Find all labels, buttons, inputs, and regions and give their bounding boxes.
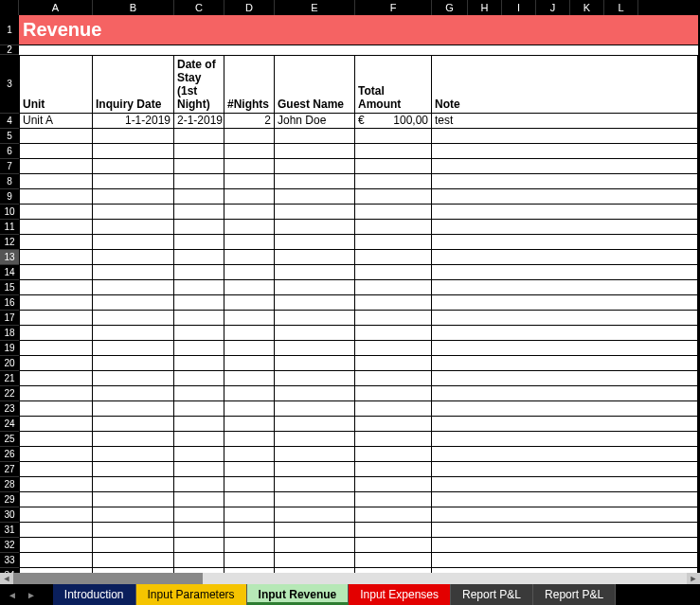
cell-unit[interactable] [19,235,93,250]
cell-date-of-stay[interactable] [174,417,224,432]
row-header[interactable]: 20 [0,356,19,371]
cell-total-amount[interactable] [355,159,432,174]
cell-note[interactable] [432,280,698,295]
cell-guest-name[interactable] [275,432,355,447]
cell-guest-name[interactable] [275,356,355,371]
cell-note[interactable] [432,235,698,250]
cell-date-of-stay[interactable] [174,189,224,205]
cell-date-of-stay[interactable] [174,129,224,144]
header-note[interactable]: Note [432,55,698,114]
title-cell[interactable]: Revenue [19,15,698,45]
cell-note[interactable] [432,144,698,159]
row-header[interactable]: 28 [0,477,19,492]
row-header[interactable]: 5 [0,129,19,144]
header-unit[interactable]: Unit [19,55,93,114]
cell-unit[interactable] [19,432,93,447]
cell-nights[interactable] [224,417,275,432]
cell-total-amount[interactable] [355,295,432,311]
row-header[interactable]: 27 [0,462,19,477]
cell-inquiry-date[interactable] [93,144,174,159]
cell-nights[interactable] [224,326,275,341]
cell-guest-name[interactable] [275,462,355,477]
row-header[interactable]: 7 [0,159,19,174]
spacer-row[interactable] [19,45,698,55]
cell-date-of-stay[interactable] [174,401,224,417]
cell-date-of-stay[interactable] [174,159,224,174]
cell-inquiry-date[interactable] [93,356,174,371]
cell-inquiry-date[interactable] [93,265,174,280]
header-date-of-stay[interactable]: Date of Stay (1st Night) [174,55,224,114]
cell-inquiry-date[interactable] [93,462,174,477]
cell-unit[interactable] [19,401,93,417]
scroll-right-arrow[interactable]: ► [687,573,700,584]
cell-inquiry-date[interactable] [93,553,174,568]
row-header[interactable]: 16 [0,295,19,311]
cell-total-amount[interactable] [355,401,432,417]
row-header[interactable]: 21 [0,371,19,386]
cell-guest-name[interactable] [275,220,355,235]
cell-total-amount[interactable] [355,280,432,295]
cell-guest-name[interactable] [275,401,355,417]
cell-note[interactable] [432,205,698,220]
cell-inquiry-date[interactable] [93,220,174,235]
row-header[interactable]: 9 [0,189,19,205]
row-header[interactable]: 15 [0,280,19,295]
cell-guest-name[interactable] [275,417,355,432]
cell-total-amount[interactable] [355,174,432,189]
row-header[interactable]: 11 [0,220,19,235]
header-nights[interactable]: #Nights [224,55,275,114]
row-header[interactable]: 18 [0,326,19,341]
cell-unit[interactable] [19,174,93,189]
cell-unit[interactable] [19,265,93,280]
cell-inquiry-date[interactable] [93,311,174,326]
cell-total-amount[interactable] [355,447,432,462]
cell-date-of-stay[interactable] [174,174,224,189]
col-header-f[interactable]: F [355,0,432,15]
col-header-c[interactable]: C [174,0,224,15]
cell-nights[interactable] [224,371,275,386]
cell-nights[interactable] [224,386,275,401]
cell-date-of-stay[interactable] [174,144,224,159]
row-header[interactable]: 33 [0,553,19,568]
cell-unit[interactable] [19,553,93,568]
cell-inquiry-date[interactable] [93,447,174,462]
cell-guest-name[interactable] [275,447,355,462]
row-header[interactable]: 8 [0,174,19,189]
cell-total-amount[interactable] [355,144,432,159]
cell-nights[interactable] [224,477,275,492]
cell-total-amount[interactable] [355,265,432,280]
cell-unit[interactable] [19,280,93,295]
cell-nights[interactable] [224,129,275,144]
cell-unit[interactable] [19,189,93,205]
cell-guest-name[interactable] [275,295,355,311]
cell-total-amount[interactable] [355,523,432,538]
cell-note[interactable] [432,159,698,174]
cell-inquiry-date[interactable] [93,205,174,220]
cell-nights[interactable] [224,447,275,462]
row-header[interactable]: 23 [0,401,19,417]
cell-note[interactable] [432,477,698,492]
cell-inquiry-date[interactable] [93,174,174,189]
cell-note[interactable] [432,417,698,432]
col-header-l[interactable]: L [604,0,638,15]
cell-nights[interactable] [224,401,275,417]
row-header[interactable]: 24 [0,417,19,432]
cell-inquiry-date[interactable] [93,250,174,265]
tab-nav-next[interactable]: ► [27,590,36,600]
cell-unit[interactable] [19,220,93,235]
cell-unit[interactable] [19,523,93,538]
cell-inquiry-date[interactable] [93,386,174,401]
cell-unit[interactable] [19,129,93,144]
row-header[interactable]: 19 [0,341,19,356]
cell-total-amount[interactable] [355,205,432,220]
cell-nights[interactable] [224,507,275,523]
row-header[interactable]: 30 [0,507,19,523]
row-header[interactable]: 17 [0,311,19,326]
cell-date-of-stay[interactable] [174,477,224,492]
cell-nights[interactable] [224,341,275,356]
cell-note[interactable] [432,538,698,553]
tab-input-expenses[interactable]: Input Expenses [349,584,451,605]
cell-total-amount[interactable] [355,189,432,205]
cell-nights[interactable] [224,144,275,159]
cell-guest-name[interactable] [275,205,355,220]
